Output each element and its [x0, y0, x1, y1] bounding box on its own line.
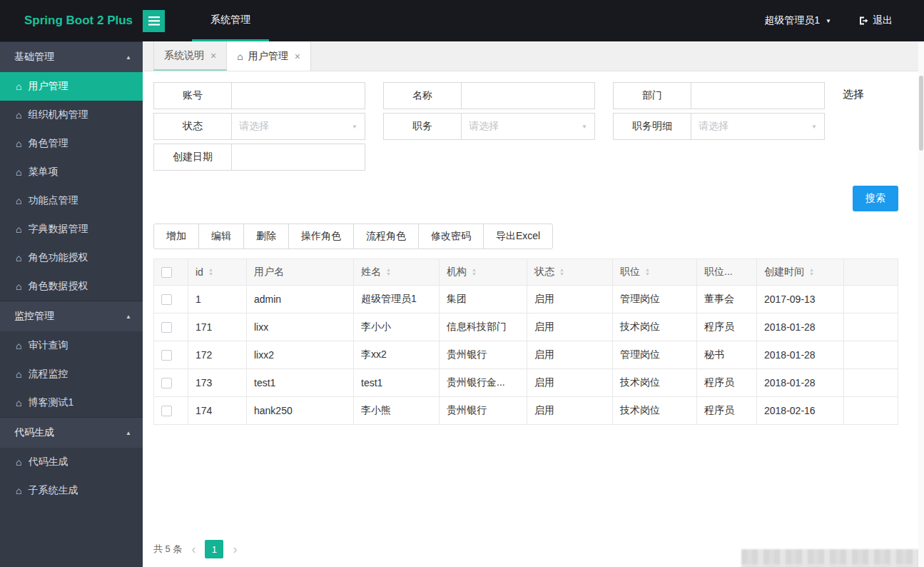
checkbox-cell: [154, 313, 188, 341]
department-input[interactable]: [691, 82, 825, 109]
row-checkbox[interactable]: [161, 350, 172, 361]
column-label: 姓名: [361, 266, 381, 279]
cell-org: 集团: [440, 286, 527, 313]
next-page-button[interactable]: ›: [230, 542, 239, 557]
row-checkbox[interactable]: [161, 294, 172, 305]
sort-icon[interactable]: ▲▼: [472, 268, 477, 276]
account-input[interactable]: [231, 82, 365, 109]
search-row: 搜索: [153, 186, 924, 211]
status-select[interactable]: 请选择 ▼: [231, 113, 365, 140]
table-row[interactable]: 171 lixx 李小小 信息科技部门 启用 技术岗位 程序员 2018-01-…: [154, 313, 898, 341]
sort-icon[interactable]: ▲▼: [208, 268, 213, 276]
duty-detail-select[interactable]: 请选择 ▼: [691, 113, 825, 140]
cell-id: 173: [188, 369, 247, 397]
duty-select[interactable]: 请选择 ▼: [461, 113, 595, 140]
row-checkbox[interactable]: [161, 322, 172, 333]
item-label: 流程监控: [28, 368, 68, 381]
search-button[interactable]: 搜索: [853, 186, 898, 211]
export-excel-button[interactable]: 导出Excel: [483, 224, 553, 249]
sidebar-item-audit-query[interactable]: ⌂ 审计查询: [0, 331, 143, 360]
table-row[interactable]: 173 test1 test1 贵州银行金... 启用 技术岗位 程序员 201…: [154, 369, 898, 397]
sort-icon[interactable]: ▲▼: [809, 268, 814, 276]
cell-position-detail: 程序员: [697, 397, 757, 425]
sidebar-item-menu-item[interactable]: ⌂ 菜单项: [0, 158, 143, 186]
row-checkbox[interactable]: [161, 406, 172, 416]
item-label: 角色管理: [28, 137, 68, 150]
sidebar-group-code-generation[interactable]: 代码生成 ▲: [0, 417, 143, 448]
logout-button[interactable]: 退出: [858, 14, 893, 27]
home-icon: ⌂: [16, 456, 21, 468]
edit-button[interactable]: 编辑: [198, 224, 244, 249]
add-button[interactable]: 增加: [153, 224, 199, 249]
sidebar-item-function-point[interactable]: ⌂ 功能点管理: [0, 186, 143, 215]
home-icon: ⌂: [16, 368, 21, 380]
sidebar-item-role-data-auth[interactable]: ⌂ 角色数据授权: [0, 272, 143, 301]
home-icon: ⌂: [16, 252, 21, 264]
name-input[interactable]: [461, 82, 595, 109]
cell-id: 174: [188, 397, 247, 425]
process-role-button[interactable]: 流程角色: [353, 224, 419, 249]
sidebar-item-blog-test1[interactable]: ⌂ 博客测试1: [0, 388, 143, 417]
sidebar-item-user-management[interactable]: ⌂ 用户管理: [0, 72, 143, 101]
item-label: 角色数据授权: [28, 280, 88, 293]
item-label: 角色功能授权: [28, 251, 88, 264]
prev-page-button[interactable]: ‹: [189, 542, 198, 557]
page-number-active[interactable]: 1: [205, 540, 223, 558]
duty-detail-label: 职务明细: [613, 113, 691, 140]
sort-icon[interactable]: ▲▼: [559, 268, 564, 276]
form-row-3: 创建日期: [153, 144, 924, 171]
change-password-button[interactable]: 修改密码: [418, 224, 484, 249]
home-icon: ⌂: [16, 340, 21, 351]
sidebar-group-monitor-management[interactable]: 监控管理 ▲: [0, 301, 143, 331]
choose-link[interactable]: 选择: [843, 88, 864, 109]
select-all-checkbox[interactable]: [161, 267, 172, 278]
watermark-blur: [741, 549, 924, 567]
chevron-down-icon: ▼: [352, 124, 357, 130]
close-icon[interactable]: ×: [210, 50, 216, 61]
sidebar-toggle-button[interactable]: [143, 10, 165, 32]
logout-icon: [858, 16, 868, 26]
item-label: 审计查询: [28, 339, 68, 352]
sort-icon[interactable]: ▲▼: [386, 268, 391, 276]
chevron-up-icon: ▲: [126, 313, 131, 320]
row-checkbox[interactable]: [161, 378, 172, 388]
top-nav: 系统管理: [192, 0, 269, 41]
assign-role-button[interactable]: 操作角色: [288, 224, 354, 249]
table-header-row: id▲▼ 用户名 姓名▲▼ 机构▲▼ 状态▲▼ 职位▲▼ 职位... 创建时间▲…: [154, 259, 898, 286]
column-label: 职位...: [704, 266, 733, 279]
cell-actions: [844, 341, 898, 369]
sidebar-item-role-function-auth[interactable]: ⌂ 角色功能授权: [0, 244, 143, 272]
delete-button[interactable]: 删除: [243, 224, 289, 249]
item-label: 博客测试1: [28, 396, 73, 409]
column-label: 创建时间: [764, 266, 804, 279]
close-icon[interactable]: ×: [295, 51, 300, 62]
cell-status: 启用: [527, 369, 613, 397]
column-header-actions: [844, 259, 898, 286]
column-header-name: 姓名▲▼: [354, 259, 440, 286]
sidebar-item-code-generation[interactable]: ⌂ 代码生成: [0, 448, 143, 476]
tab-user-management[interactable]: ⌂ 用户管理 ×: [227, 41, 311, 71]
user-menu[interactable]: 超级管理员1 ▼: [764, 14, 831, 27]
scrollbar-thumb[interactable]: [919, 76, 923, 151]
scrollbar-track[interactable]: [918, 41, 924, 567]
sidebar-item-role-management[interactable]: ⌂ 角色管理: [0, 129, 143, 158]
topnav-item-system-management[interactable]: 系统管理: [192, 0, 269, 41]
sidebar-group-basic-management[interactable]: 基础管理 ▲: [0, 41, 143, 72]
home-icon: ⌂: [16, 138, 21, 149]
create-date-label: 创建日期: [153, 144, 232, 171]
item-label: 功能点管理: [28, 194, 78, 207]
group-label: 代码生成: [14, 426, 54, 439]
table-row[interactable]: 1 admin 超级管理员1 集团 启用 管理岗位 董事会 2017-09-13: [154, 286, 898, 313]
select-all-cell: [154, 259, 188, 286]
table-row[interactable]: 174 hank250 李小熊 贵州银行 启用 技术岗位 程序员 2018-02…: [154, 397, 898, 425]
create-date-input[interactable]: [231, 144, 365, 171]
sort-icon[interactable]: ▲▼: [645, 268, 650, 276]
sidebar-item-subsystem-generation[interactable]: ⌂ 子系统生成: [0, 476, 143, 505]
table-row[interactable]: 172 lixx2 李xx2 贵州银行 启用 管理岗位 秘书 2018-01-2…: [154, 341, 898, 369]
tab-system-description[interactable]: 系统说明 ×: [153, 41, 227, 71]
home-icon: ⌂: [237, 51, 243, 62]
sidebar-item-dict-data[interactable]: ⌂ 字典数据管理: [0, 215, 143, 244]
tab-label: 系统说明: [164, 49, 204, 62]
sidebar-item-process-monitor[interactable]: ⌂ 流程监控: [0, 360, 143, 388]
sidebar-item-organization-management[interactable]: ⌂ 组织机构管理: [0, 101, 143, 129]
